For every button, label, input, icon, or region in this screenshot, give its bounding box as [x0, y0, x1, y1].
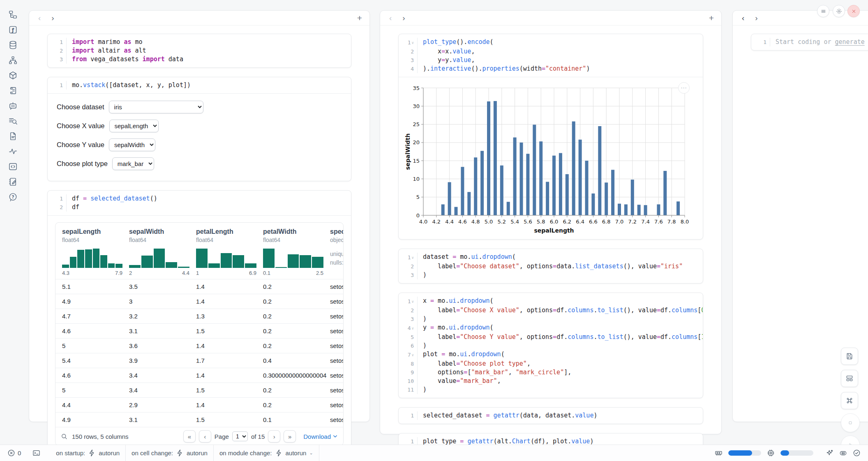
download-link[interactable]: Download — [303, 433, 337, 440]
file-tree-icon — [8, 10, 18, 19]
df-column-header: speciesobjectuniquenulls: — [330, 228, 343, 279]
next-page-icon[interactable]: › — [268, 430, 280, 443]
save-icon — [845, 352, 854, 360]
svg-text:5.8: 5.8 — [537, 219, 545, 225]
sidebar-item-tracing[interactable] — [7, 115, 18, 126]
table-row[interactable]: 4.63.41.40.30000000000000004setosa — [55, 368, 343, 383]
svg-text:sepalWidth: sepalWidth — [404, 133, 411, 170]
dataset-select[interactable]: iris — [109, 101, 203, 113]
y-select[interactable]: sepalWidth — [109, 138, 155, 151]
code-cell-xyplot-dropdowns: 1∨x = mo.ui.dropdown(2 label="Choose X v… — [398, 293, 703, 398]
line-number: 1 — [399, 411, 418, 420]
code-cell-imports: 1import marimo as mo2import altair as al… — [47, 34, 351, 68]
activity-pulse-icon — [8, 147, 18, 156]
table-row[interactable]: 5.43.91.70.4setosa — [55, 353, 343, 368]
table-row[interactable]: 53.41.50.2setosa — [55, 383, 343, 397]
column-stats: uniquenulls: — [330, 250, 343, 267]
code-editor[interactable]: 1∨plot_type().encode(2 x=x.value,3 y=y.v… — [399, 34, 703, 77]
sidebar-item-help[interactable]: ? — [7, 191, 18, 202]
generate-ai-link[interactable]: generate — [835, 38, 865, 46]
y-control-row: Choose Y value sepalWidth — [57, 138, 342, 151]
sidebar-item-dependencies[interactable] — [7, 55, 18, 65]
table-row[interactable]: 4.63.11.50.2setosa — [55, 323, 343, 338]
code-cell-df: 1df = selected_dataset()2df sepalLengthf… — [47, 190, 351, 452]
table-row[interactable]: 4.93.11.50.1setosa — [55, 412, 343, 427]
page-select[interactable]: 1 — [232, 431, 248, 441]
save-button[interactable] — [841, 348, 858, 365]
sparkles-ai-icon[interactable] — [826, 449, 833, 457]
sidebar-item-snippets[interactable] — [7, 131, 18, 141]
notebook-menu-button[interactable] — [817, 5, 829, 17]
column-name[interactable]: petalLength — [196, 228, 256, 235]
keyboard-shortcuts-button[interactable] — [841, 392, 858, 409]
sidebar-item-files[interactable] — [7, 9, 18, 20]
sidebar-item-scratchpad[interactable] — [7, 176, 18, 187]
column-name[interactable]: sepalWidth — [129, 228, 189, 235]
empty-code-cell: 1 Start coding or generate with AI — [751, 34, 868, 51]
copilot-icon[interactable] — [839, 449, 847, 457]
search-icon[interactable] — [60, 433, 68, 440]
table-row[interactable]: 5.13.51.40.2setosa — [55, 279, 343, 294]
sidebar-item-logs[interactable] — [7, 85, 18, 96]
code-editor[interactable]: 1mo.vstack([dataset, x, y, plot]) — [48, 77, 351, 93]
layout-button[interactable] — [841, 370, 858, 387]
column-histogram — [62, 247, 122, 268]
zap-icon — [88, 449, 96, 457]
column-move-right-icon[interactable]: › — [50, 14, 55, 22]
column-name[interactable]: sepalLength — [62, 228, 122, 235]
svg-text:5.6: 5.6 — [524, 219, 532, 225]
last-page-icon[interactable]: » — [284, 430, 296, 443]
table-row[interactable]: 4.42.91.40.2setosa — [55, 397, 343, 412]
sidebar-item-datasources[interactable] — [7, 39, 18, 50]
shutdown-button[interactable] — [847, 5, 860, 17]
prev-page-icon[interactable]: ‹ — [199, 430, 211, 443]
document-icon — [8, 131, 18, 141]
sidebar-item-code-panel[interactable] — [7, 161, 18, 172]
on-cell-change-setting[interactable]: on cell change: autorun — [125, 445, 213, 461]
add-column-icon[interactable]: + — [709, 14, 714, 22]
chart-menu-icon[interactable]: ⋯ — [678, 82, 690, 94]
error-count: 0 — [18, 449, 21, 456]
terminal-button[interactable] — [27, 445, 46, 461]
svg-text:ƒ: ƒ — [11, 26, 14, 32]
df-column-header: petalLengthfloat6416.9 — [196, 228, 263, 279]
sidebar-item-packages[interactable] — [7, 70, 18, 81]
column-name[interactable]: petalWidth — [263, 228, 323, 235]
stop-button[interactable] — [841, 413, 860, 432]
code-editor[interactable]: 1∨dataset = mo.ui.dropdown(2 label="Choo… — [399, 249, 703, 283]
code-editor[interactable]: 1∨x = mo.ui.dropdown(2 label="Choose X v… — [399, 293, 703, 398]
column-move-left-icon[interactable]: ‹ — [388, 14, 393, 22]
sidebar-item-variables[interactable]: ƒ — [7, 24, 18, 35]
svg-text:7.6: 7.6 — [654, 219, 663, 225]
settings-button[interactable] — [833, 5, 845, 17]
add-column-icon[interactable]: + — [357, 14, 362, 22]
column-move-left-icon[interactable]: ‹ — [37, 14, 42, 22]
column-move-right-icon[interactable]: › — [401, 14, 406, 22]
sidebar-item-ai-chat[interactable] — [7, 100, 18, 111]
status-bar: 0 on startup: autorun on cell change: au… — [0, 445, 868, 461]
code-editor[interactable]: 1selected_dataset = getattr(data, datase… — [399, 408, 703, 424]
sidebar-item-activity[interactable] — [7, 146, 18, 157]
svg-text:5.2: 5.2 — [497, 219, 506, 225]
plot-select[interactable]: mark_bar — [112, 157, 154, 170]
code-editor[interactable]: 1 Start coding or generate with AI — [751, 34, 868, 50]
column-name[interactable]: species — [330, 228, 343, 235]
first-page-icon[interactable]: « — [183, 430, 196, 443]
connection-check-icon[interactable] — [853, 449, 861, 457]
table-row[interactable]: 4.931.40.2setosa — [55, 294, 343, 309]
error-indicator[interactable]: 0 — [0, 445, 27, 461]
line-number: 3 — [399, 315, 418, 323]
on-startup-setting[interactable]: on startup: autorun — [50, 445, 125, 461]
bar-chart-svg[interactable]: 4.04.24.44.64.85.05.25.45.65.86.06.26.46… — [404, 83, 689, 236]
svg-text:4.8: 4.8 — [471, 219, 480, 225]
code-brackets-icon — [8, 162, 18, 171]
x-select[interactable]: sepalLength — [109, 120, 159, 132]
column-move-left-icon[interactable]: ‹ — [740, 14, 746, 22]
table-row[interactable]: 53.61.40.2setosa — [55, 338, 343, 353]
table-row[interactable]: 4.73.21.30.2setosa — [55, 309, 343, 323]
column-move-right-icon[interactable]: › — [753, 14, 759, 22]
svg-text:6.4: 6.4 — [576, 219, 584, 225]
code-editor[interactable]: 1df = selected_dataset()2df — [48, 191, 351, 215]
on-module-change-setting[interactable]: on module change: autorun ⌄ — [213, 445, 319, 461]
code-editor[interactable]: 1import marimo as mo2import altair as al… — [48, 34, 351, 67]
